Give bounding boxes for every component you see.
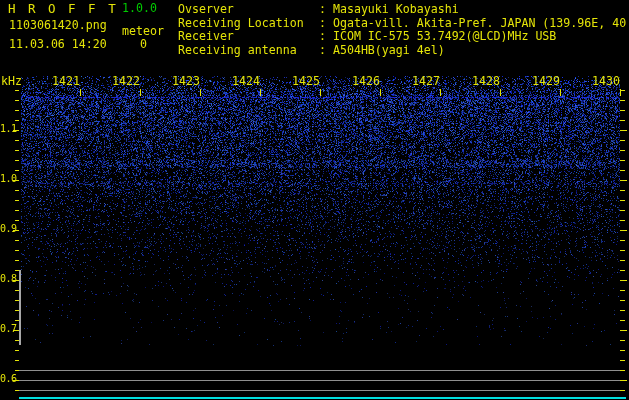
freq-tick-minor-left (15, 150, 19, 151)
time-tick (500, 89, 501, 96)
mode-label: meteor (122, 25, 164, 37)
freq-tick-minor-right (620, 260, 625, 261)
station-info-label: Receiver (178, 30, 319, 44)
station-info-label: Receiving antenna (178, 44, 319, 58)
freq-tick-label-1.0: 1.0 (0, 174, 14, 185)
freq-tick-minor-right (620, 370, 625, 371)
freq-tick-label-1.1: 1.1 (0, 124, 14, 135)
freq-tick-minor-right (620, 300, 625, 301)
time-tick (200, 89, 201, 96)
time-tick-label-1429: 1429 (531, 75, 560, 87)
station-info-separator: : (319, 43, 333, 57)
app-title: HROFFT (8, 2, 128, 15)
time-tick-label-1425: 1425 (291, 75, 320, 87)
freq-tick-label-0.9: 0.9 (0, 224, 14, 235)
freq-tick-minor-right (620, 140, 625, 141)
reference-line (19, 380, 620, 381)
station-info-value: Masayuki Kobayashi (333, 2, 459, 16)
reference-line (19, 370, 620, 371)
freq-tick-minor-left (15, 90, 19, 91)
freq-tick-major-right (620, 230, 627, 231)
freq-tick-minor-left (15, 170, 19, 171)
freq-tick-major-left (13, 130, 19, 131)
freq-tick-minor-right (620, 240, 625, 241)
station-info-value: A504HB(yagi 4el) (333, 43, 445, 57)
freq-tick-minor-right (620, 160, 625, 161)
reference-line (19, 390, 620, 391)
freq-tick-minor-right (620, 110, 625, 111)
station-info-separator: : (319, 16, 333, 30)
freq-tick-minor-right (620, 320, 625, 321)
time-tick-label-1421: 1421 (51, 75, 80, 87)
freq-tick-minor-right (620, 170, 625, 171)
station-info-value: Ogata-vill. Akita-Pref. JAPAN (139.96E, … (333, 16, 629, 30)
db-scale-bar (19, 270, 21, 345)
freq-tick-major-right (620, 280, 627, 281)
meteor-count: 0 (140, 38, 147, 50)
capture-datetime: 11.03.06 14:20 (9, 38, 107, 50)
freq-tick-minor-right (620, 220, 625, 221)
freq-tick-minor-right (620, 200, 625, 201)
time-tick-label-1422: 1422 (111, 75, 140, 87)
station-info-row: Receiving antenna: A504HB(yagi 4el) (178, 44, 629, 58)
freq-tick-major-right (620, 130, 627, 131)
time-tick (140, 89, 141, 96)
freq-tick-minor-right (620, 120, 625, 121)
freq-tick-minor-right (620, 310, 625, 311)
freq-tick-major-left (13, 230, 19, 231)
time-tick-label-1427: 1427 (411, 75, 440, 87)
freq-tick-minor-left (15, 350, 19, 351)
station-info: Ovserver: Masayuki KobayashiReceiving Lo… (178, 3, 629, 57)
freq-tick-minor-left (15, 210, 19, 211)
freq-tick-minor-right (620, 190, 625, 191)
station-info-separator: : (319, 29, 333, 43)
time-tick-label-1428: 1428 (471, 75, 500, 87)
freq-tick-minor-right (620, 100, 625, 101)
station-info-row: Receiver: ICOM IC-575 53.7492(@LCD)MHz U… (178, 30, 629, 44)
freq-tick-minor-right (620, 150, 625, 151)
freq-tick-minor-left (15, 160, 19, 161)
station-info-value: ICOM IC-575 53.7492(@LCD)MHz USB (333, 29, 556, 43)
khz-axis-label: kHz (1, 75, 22, 87)
freq-tick-minor-left (15, 200, 19, 201)
freq-tick-minor-right (620, 270, 625, 271)
freq-tick-major-left (13, 180, 19, 181)
freq-tick-minor-left (15, 190, 19, 191)
freq-tick-minor-left (15, 250, 19, 251)
time-tick (80, 89, 81, 96)
freq-tick-minor-right (620, 340, 625, 341)
station-info-row: Ovserver: Masayuki Kobayashi (178, 3, 629, 17)
freq-tick-minor-right (620, 360, 625, 361)
freq-tick-minor-left (15, 220, 19, 221)
station-info-row: Receiving Location: Ogata-vill. Akita-Pr… (178, 17, 629, 31)
station-info-separator: : (319, 2, 333, 16)
freq-tick-label-0.6: 0.6 (0, 374, 14, 385)
freq-tick-minor-right (620, 390, 625, 391)
time-tick (320, 89, 321, 96)
freq-tick-label-0.7: 0.7 (0, 324, 14, 335)
station-info-label: Ovserver (178, 3, 319, 17)
time-tick (440, 89, 441, 96)
freq-tick-minor-left (15, 260, 19, 261)
hrofft-screen: HROFFT 1.0.0 1103061420.png meteor 11.03… (0, 0, 629, 400)
signal-level-trace (19, 397, 626, 399)
output-filename: 1103061420.png (9, 19, 107, 31)
freq-tick-minor-left (15, 360, 19, 361)
freq-tick-minor-left (15, 100, 19, 101)
freq-tick-minor-right (620, 250, 625, 251)
time-tick-label-1430: 1430 (591, 75, 620, 87)
freq-tick-minor-right (620, 210, 625, 211)
freq-tick-minor-right (620, 290, 625, 291)
freq-tick-minor-left (15, 240, 19, 241)
freq-tick-minor-right (620, 350, 625, 351)
spectrogram-noise-canvas (0, 0, 629, 400)
freq-tick-minor-left (15, 140, 19, 141)
freq-tick-minor-right (620, 90, 625, 91)
time-tick (380, 89, 381, 96)
freq-tick-label-0.8: 0.8 (0, 274, 14, 285)
time-tick (260, 89, 261, 96)
freq-tick-major-right (620, 330, 627, 331)
time-tick-label-1426: 1426 (351, 75, 380, 87)
freq-tick-major-right (620, 380, 627, 381)
time-tick-label-1424: 1424 (231, 75, 260, 87)
